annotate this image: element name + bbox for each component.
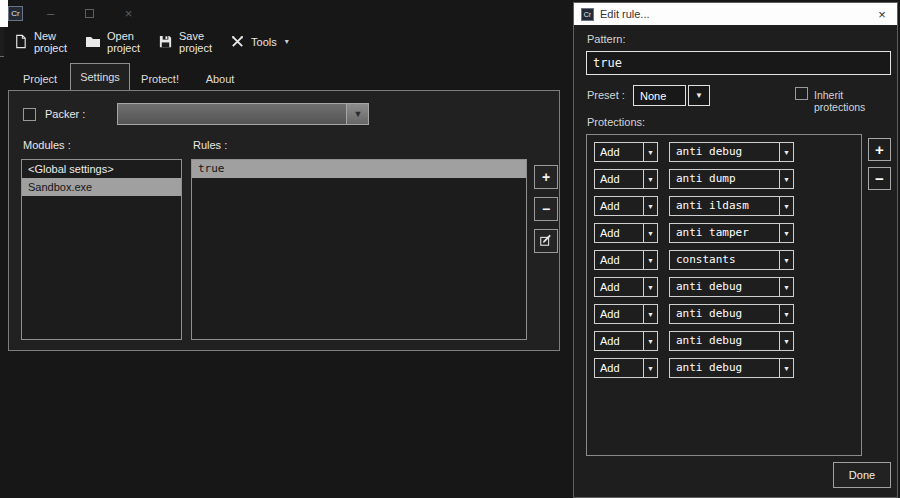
- packer-checkbox[interactable]: [23, 108, 36, 121]
- protection-combobox[interactable]: anti dump▼: [669, 169, 794, 189]
- protections-list: Add▼ anti debug▼ Add▼ anti dump▼ Add▼ an…: [586, 134, 862, 456]
- save-project-label: Save project: [179, 30, 212, 54]
- done-button[interactable]: Done: [833, 462, 891, 488]
- chevron-down-icon[interactable]: ▼: [779, 170, 793, 188]
- action-combobox[interactable]: Add▼: [594, 331, 658, 351]
- action-value: Add: [595, 251, 643, 269]
- protection-combobox[interactable]: anti ildasm▼: [669, 196, 794, 216]
- remove-protection-button[interactable]: −: [868, 167, 891, 190]
- close-button[interactable]: ×: [109, 0, 148, 27]
- action-combobox[interactable]: Add▼: [594, 196, 658, 216]
- inherit-protections-checkbox[interactable]: [795, 87, 808, 100]
- packer-combobox[interactable]: ▼: [117, 103, 369, 125]
- dialog-close-button[interactable]: ×: [867, 3, 897, 25]
- chevron-down-icon[interactable]: ▼: [779, 278, 793, 296]
- protection-combobox[interactable]: constants▼: [669, 250, 794, 270]
- tab-strip: Project Settings Protect! About: [10, 62, 250, 90]
- remove-rule-button[interactable]: −: [534, 197, 558, 221]
- save-project-button[interactable]: Save project: [149, 27, 221, 56]
- action-combobox[interactable]: Add▼: [594, 169, 658, 189]
- chevron-down-icon[interactable]: ▼: [688, 85, 710, 106]
- settings-panel: Packer : ▼ Modules : Rules : <Global set…: [8, 90, 560, 351]
- protection-value: constants: [670, 251, 779, 269]
- protection-combobox[interactable]: anti debug▼: [669, 358, 794, 378]
- packer-combo-value: [118, 104, 346, 124]
- protection-combobox[interactable]: anti debug▼: [669, 304, 794, 324]
- chevron-down-icon[interactable]: ▼: [643, 143, 657, 161]
- pattern-label: Pattern:: [587, 33, 626, 45]
- chevron-down-icon[interactable]: ▼: [779, 332, 793, 350]
- chevron-down-icon[interactable]: ▼: [779, 224, 793, 242]
- protection-combobox[interactable]: anti tamper▼: [669, 223, 794, 243]
- action-combobox[interactable]: Add▼: [594, 223, 658, 243]
- chevron-down-icon[interactable]: ▼: [779, 197, 793, 215]
- protection-combobox[interactable]: anti debug▼: [669, 142, 794, 162]
- chevron-down-icon[interactable]: ▼: [346, 104, 368, 124]
- list-item-sandbox-exe[interactable]: Sandbox.exe: [22, 178, 181, 196]
- chevron-down-icon[interactable]: ▼: [779, 251, 793, 269]
- action-combobox[interactable]: Add▼: [594, 277, 658, 297]
- protection-row: Add▼ anti debug▼: [594, 277, 794, 297]
- chevron-down-icon[interactable]: ▼: [643, 251, 657, 269]
- edit-rule-dialog: Cr Edit rule... × Pattern: true Preset :…: [573, 2, 898, 498]
- action-combobox[interactable]: Add▼: [594, 304, 658, 324]
- minimize-button[interactable]: –: [31, 0, 70, 27]
- protection-value: anti dump: [670, 170, 779, 188]
- save-project-icon: [158, 34, 173, 49]
- action-value: Add: [595, 170, 643, 188]
- tools-button[interactable]: Tools ▾: [221, 27, 298, 56]
- new-project-label: New project: [34, 30, 67, 54]
- action-combobox[interactable]: Add▼: [594, 358, 658, 378]
- add-rule-button[interactable]: +: [534, 165, 558, 189]
- tab-settings[interactable]: Settings: [70, 63, 130, 90]
- preset-label: Preset :: [587, 89, 625, 101]
- protection-row: Add▼ constants▼: [594, 250, 794, 270]
- rule-item-true[interactable]: true: [192, 160, 526, 178]
- action-value: Add: [595, 305, 643, 323]
- pattern-input[interactable]: true: [586, 51, 891, 75]
- action-value: Add: [595, 359, 643, 377]
- chevron-down-icon[interactable]: ▼: [643, 359, 657, 377]
- preset-value: None: [633, 85, 686, 106]
- rules-listbox[interactable]: true: [191, 159, 527, 340]
- toolbar: New project Open project Save project To…: [0, 27, 4, 57]
- protection-combobox[interactable]: anti debug▼: [669, 277, 794, 297]
- list-item-global-settings[interactable]: <Global settings>: [22, 160, 181, 178]
- chevron-down-icon[interactable]: ▼: [643, 170, 657, 188]
- action-combobox[interactable]: Add▼: [594, 250, 658, 270]
- chevron-down-icon[interactable]: ▼: [779, 359, 793, 377]
- maximize-button[interactable]: [70, 0, 109, 27]
- action-value: Add: [595, 332, 643, 350]
- tab-project[interactable]: Project: [10, 66, 70, 90]
- chevron-down-icon[interactable]: ▼: [643, 305, 657, 323]
- chevron-down-icon[interactable]: ▼: [643, 197, 657, 215]
- protections-label: Protections:: [587, 116, 645, 128]
- protection-row: Add▼ anti debug▼: [594, 304, 794, 324]
- chevron-down-icon[interactable]: ▼: [779, 305, 793, 323]
- protection-combobox[interactable]: anti debug▼: [669, 331, 794, 351]
- open-project-button[interactable]: Open project: [76, 27, 149, 56]
- protection-value: anti debug: [670, 332, 779, 350]
- action-combobox[interactable]: Add▼: [594, 142, 658, 162]
- edit-rule-button[interactable]: [534, 229, 558, 253]
- modules-listbox[interactable]: <Global settings> Sandbox.exe: [21, 159, 182, 340]
- protection-row: Add▼ anti debug▼: [594, 331, 794, 351]
- chevron-down-icon[interactable]: ▼: [779, 143, 793, 161]
- tools-icon: [230, 34, 245, 49]
- tab-about[interactable]: About: [190, 66, 250, 90]
- open-project-icon: [85, 35, 101, 49]
- main-titlebar[interactable]: Cr Unnamed.crproj - Confuser.Core 1.4.1+…: [0, 0, 8, 27]
- dialog-titlebar[interactable]: Cr Edit rule... ×: [574, 3, 897, 25]
- preset-combobox[interactable]: None ▼: [633, 85, 710, 106]
- tab-protect[interactable]: Protect!: [130, 66, 190, 90]
- maximize-icon: [85, 9, 94, 18]
- new-project-button[interactable]: New project: [4, 27, 76, 56]
- chevron-down-icon[interactable]: ▼: [643, 224, 657, 242]
- tools-label: Tools: [251, 36, 277, 48]
- add-protection-button[interactable]: +: [868, 138, 891, 161]
- action-value: Add: [595, 197, 643, 215]
- chevron-down-icon[interactable]: ▼: [643, 278, 657, 296]
- inherit-protections-label: Inherit protections: [814, 89, 897, 113]
- packer-label: Packer :: [45, 108, 85, 120]
- chevron-down-icon[interactable]: ▼: [643, 332, 657, 350]
